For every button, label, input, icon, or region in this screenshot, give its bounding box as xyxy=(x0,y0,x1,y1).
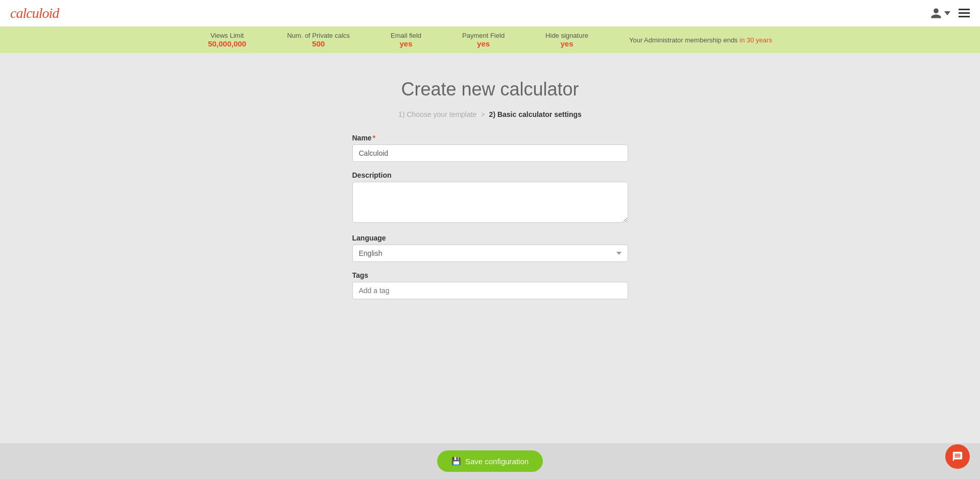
description-group: Description xyxy=(352,171,628,225)
save-button[interactable]: 💾 Save configuration xyxy=(437,450,543,472)
chat-support-button[interactable] xyxy=(945,444,970,469)
language-select[interactable]: English Czech German French Spanish xyxy=(352,245,628,262)
save-icon: 💾 xyxy=(451,457,461,466)
save-label: Save configuration xyxy=(465,457,529,466)
stat-hide-signature: Hide signature yes xyxy=(545,32,588,48)
stats-bar: Views Limit 50,000,000 Num. of Private c… xyxy=(0,27,980,53)
breadcrumb: 1) Choose your template > 2) Basic calcu… xyxy=(398,110,582,118)
membership-value: 30 years xyxy=(747,36,772,44)
tags-input[interactable] xyxy=(352,282,628,299)
description-label: Description xyxy=(352,171,628,179)
form-container: Name* Description Language English Czech… xyxy=(352,134,628,308)
membership-prefix: in xyxy=(739,36,747,44)
footer-bar: 💾 Save configuration xyxy=(0,443,980,479)
stat-views-limit: Views Limit 50,000,000 xyxy=(208,32,246,48)
required-star: * xyxy=(373,134,375,142)
name-group: Name* xyxy=(352,134,628,162)
stat-private-calcs: Num. of Private calcs 500 xyxy=(287,32,350,48)
user-icon xyxy=(930,7,942,19)
membership-label: Your Administrator membership ends xyxy=(629,36,738,44)
hamburger-button[interactable] xyxy=(959,9,970,17)
name-input[interactable] xyxy=(352,145,628,162)
header: calculoid xyxy=(0,0,980,27)
breadcrumb-arrow: > xyxy=(481,110,485,118)
stat-email-field: Email field yes xyxy=(391,32,421,48)
language-group: Language English Czech German French Spa… xyxy=(352,234,628,262)
chat-icon xyxy=(952,451,963,462)
breadcrumb-step1: 1) Choose your template xyxy=(398,110,476,118)
breadcrumb-step2: 2) Basic calculator settings xyxy=(489,110,582,118)
tags-label: Tags xyxy=(352,271,628,279)
logo: calculoid xyxy=(10,5,59,21)
name-label: Name* xyxy=(352,134,628,142)
stat-membership: Your Administrator membership ends in 30… xyxy=(629,36,772,44)
description-textarea[interactable] xyxy=(352,182,628,223)
tags-group: Tags xyxy=(352,271,628,299)
header-right xyxy=(930,7,970,19)
chevron-down-icon xyxy=(944,11,950,15)
main-content: Create new calculator 1) Choose your tem… xyxy=(0,53,980,360)
user-account-button[interactable] xyxy=(930,7,950,19)
language-label: Language xyxy=(352,234,628,242)
stat-payment-field: Payment Field yes xyxy=(462,32,505,48)
page-title: Create new calculator xyxy=(401,79,579,100)
